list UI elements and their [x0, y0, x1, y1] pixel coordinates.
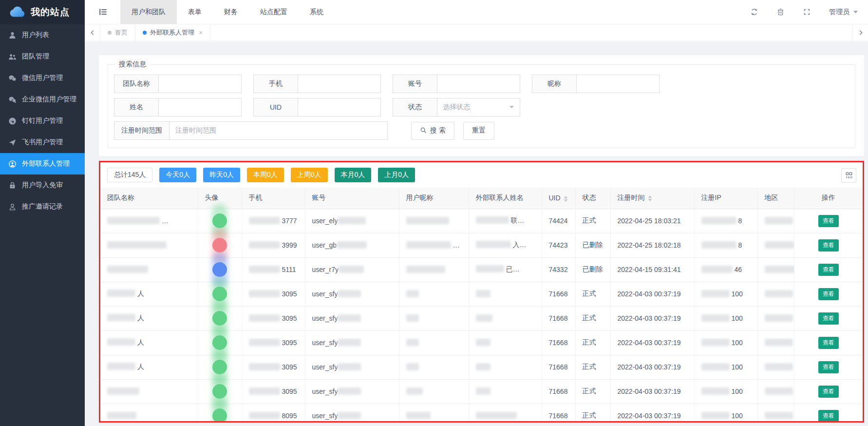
cell-text: 人 — [137, 363, 144, 370]
cell-team: 人 — [100, 330, 198, 355]
redacted-blur — [338, 339, 361, 346]
field-label: 账号 — [393, 75, 437, 93]
view-button[interactable]: 查看 — [818, 386, 839, 398]
redacted-blur — [765, 241, 794, 249]
redacted-blur — [701, 241, 736, 249]
view-button[interactable]: 查看 — [818, 337, 839, 349]
col-header-账号: 账号 — [305, 188, 399, 209]
cell-text: 3095 — [282, 290, 297, 298]
field-姓名: 姓名 — [114, 98, 242, 116]
cell-actions: 查看 — [794, 282, 863, 306]
tag-home[interactable]: 首页 — [100, 24, 135, 41]
tab-forms[interactable]: 表单 — [177, 0, 213, 24]
col-header-用户昵称: 用户昵称 — [399, 188, 469, 209]
top-nav: 用户和团队表单财务站点配置系统 — [120, 0, 335, 24]
view-button[interactable]: 查看 — [818, 288, 839, 300]
redacted-blur — [476, 265, 504, 272]
col-header-地区: 地区 — [757, 188, 794, 209]
sidebar-item-feishu-users[interactable]: 飞书用户管理 — [0, 132, 85, 153]
cell-actions: 查看 — [794, 233, 863, 257]
chevron-down-icon — [509, 103, 514, 111]
cell-register-time: 2022-04-03 00:37:19 — [610, 355, 694, 379]
text-input[interactable] — [298, 98, 381, 116]
view-button[interactable]: 查看 — [818, 264, 839, 276]
close-tag-icon[interactable]: × — [199, 29, 203, 37]
refresh-icon[interactable] — [750, 8, 758, 16]
redacted-blur — [406, 363, 419, 370]
tab-site-config[interactable]: 站点配置 — [249, 0, 299, 24]
tags-scroll-left-icon[interactable] — [85, 24, 100, 41]
sidebar-item-user-import[interactable]: 用户导入免审 — [0, 174, 85, 196]
col-header-label: 团队名称 — [107, 194, 134, 201]
sort-icon[interactable] — [564, 196, 568, 202]
search-button[interactable]: 搜 索 — [411, 122, 454, 140]
tab-users-teams[interactable]: 用户和团队 — [120, 0, 177, 24]
cell-uid: 71668 — [542, 330, 575, 355]
cell-team — [100, 233, 198, 257]
fullscreen-icon[interactable] — [803, 8, 811, 16]
text-input[interactable] — [159, 98, 242, 116]
redacted-blur — [765, 314, 793, 322]
redacted-blur — [765, 339, 793, 346]
tab-system[interactable]: 系统 — [299, 0, 335, 24]
sort-icon[interactable] — [648, 195, 652, 201]
stat-badge: 本月0人 — [335, 168, 372, 182]
view-button[interactable]: 查看 — [818, 239, 839, 252]
tag-external-contacts[interactable]: 外部联系人管理× — [135, 24, 210, 41]
sidebar-item-invite-records[interactable]: 推广邀请记录 — [0, 196, 85, 217]
redacted-blur — [249, 241, 280, 249]
redacted-blur — [107, 412, 136, 419]
cell-text: 100 — [732, 290, 743, 298]
view-button[interactable]: 查看 — [818, 312, 839, 325]
view-button[interactable]: 查看 — [818, 215, 839, 227]
cell-status: 正式 — [575, 330, 610, 355]
reset-button[interactable]: 重置 — [463, 122, 494, 140]
view-button[interactable]: 查看 — [818, 361, 839, 373]
cell-team: 人 — [100, 355, 198, 379]
tags-scroll-right-icon[interactable] — [852, 24, 868, 41]
col-header-label: 账号 — [312, 194, 326, 201]
redacted-blur — [338, 363, 361, 370]
trash-icon[interactable] — [776, 8, 785, 16]
cell-avatar — [198, 404, 242, 423]
text-input[interactable] — [577, 75, 660, 93]
view-button[interactable]: 查看 — [818, 410, 839, 422]
status-select[interactable]: 选择状态 — [437, 98, 520, 116]
avatar — [212, 213, 227, 228]
text-input[interactable] — [159, 75, 242, 93]
sidebar-item-dingtalk-users[interactable]: 钉钉用户管理 — [0, 110, 85, 132]
sidebar-item-wecom-users[interactable]: 企业微信用户管理 — [0, 89, 85, 110]
cell-text: 联… — [511, 216, 525, 224]
sidebar-item-team-mgmt[interactable]: 团队管理 — [0, 46, 85, 67]
cell-region — [757, 355, 794, 379]
logo: 我的站点 — [0, 0, 85, 24]
search-panel: 搜索信息 团队名称手机账号昵称姓名UID状态选择状态注册时间范围注册时间范围搜 … — [99, 55, 864, 156]
col-header-注册IP: 注册IP — [694, 188, 757, 209]
cell-text: 100 — [732, 363, 743, 371]
cell-register-ip: 8 — [694, 233, 757, 257]
admin-menu[interactable]: 管理员 — [829, 8, 858, 17]
avatar — [212, 360, 227, 374]
cell-text: 入… — [513, 241, 527, 249]
col-header-UID[interactable]: UID — [542, 188, 575, 209]
tab-finance[interactable]: 财务 — [213, 0, 249, 24]
text-input[interactable] — [298, 75, 381, 93]
col-header-注册时间[interactable]: 注册时间 — [610, 188, 694, 209]
cell-nickname — [399, 379, 469, 404]
sidebar-item-wechat-users[interactable]: 微信用户管理 — [0, 67, 85, 89]
col-header-label: UID — [549, 194, 561, 202]
cell-account: user_sfy — [305, 330, 399, 355]
sidebar-item-external-contacts[interactable]: 外部联系人管理 — [0, 153, 85, 174]
cell-status: 正式 — [575, 209, 610, 233]
redacted-blur — [339, 266, 364, 273]
select-placeholder: 选择状态 — [443, 103, 470, 112]
date-range-input[interactable]: 注册时间范围 — [170, 121, 388, 140]
column-settings-button[interactable] — [841, 168, 856, 183]
cell-contact-name — [469, 404, 542, 423]
sidebar-item-user-list[interactable]: 用户列表 — [0, 24, 85, 46]
text-input[interactable] — [437, 75, 520, 93]
collapse-menu-icon[interactable] — [85, 0, 120, 24]
redacted-blur — [701, 314, 730, 322]
cell-contact-name: 已… — [469, 257, 542, 282]
cell-register-ip: 8 — [694, 209, 757, 233]
